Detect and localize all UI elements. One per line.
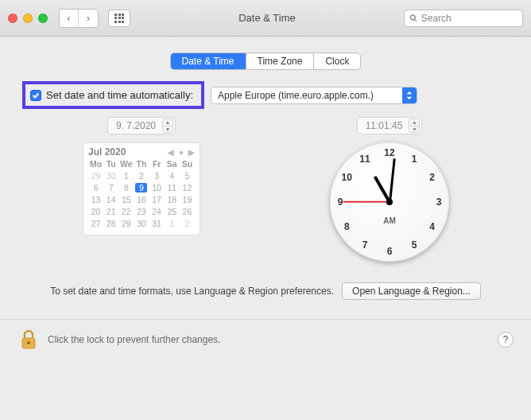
time-field[interactable]: 11:01:45 ▲▼ — [357, 117, 423, 134]
svg-marker-1 — [407, 96, 413, 99]
calendar-day[interactable]: 4 — [165, 171, 180, 181]
calendar-day[interactable]: 26 — [180, 207, 195, 216]
calendar-day[interactable]: 16 — [134, 195, 149, 204]
show-all-prefs-button[interactable] — [108, 10, 130, 27]
calendar-day[interactable]: 24 — [149, 207, 165, 216]
calendar-day[interactable]: 9 — [134, 183, 149, 192]
calendar-day[interactable]: 21 — [103, 207, 118, 216]
clock-center-pin — [386, 199, 393, 205]
calendar-dow: Su — [180, 159, 195, 169]
search-field[interactable] — [404, 10, 523, 27]
calendar-day[interactable]: 25 — [165, 207, 180, 216]
calendar-day[interactable]: 2 — [134, 171, 149, 181]
date-stepper[interactable]: ▲▼ — [162, 119, 173, 133]
tab-date-and-time[interactable]: Date & Time — [171, 53, 246, 69]
calendar-day[interactable]: 22 — [118, 207, 134, 216]
svg-marker-0 — [407, 91, 413, 94]
clock-number: 7 — [362, 239, 368, 251]
calendar-dow: Sa — [165, 159, 180, 169]
calendar-day-other-month[interactable]: 1 — [165, 219, 180, 228]
minute-hand — [389, 158, 396, 202]
calendar-day[interactable]: 30 — [134, 219, 149, 228]
calendar-day[interactable]: 18 — [165, 195, 180, 204]
traffic-lights — [8, 14, 48, 23]
calendar-dow: Mo — [88, 159, 103, 169]
clock-number: 11 — [359, 154, 370, 165]
zoom-window-button[interactable] — [38, 14, 48, 23]
calendar-next-icon[interactable]: ▶ — [188, 148, 195, 157]
calendar-nav: ◀ ● ▶ — [168, 148, 195, 157]
calendar-day[interactable]: 13 — [88, 195, 103, 204]
lock-button[interactable] — [17, 328, 40, 352]
calendar-day[interactable]: 5 — [180, 171, 195, 181]
calendar-dow: We — [118, 159, 134, 169]
calendar-day[interactable]: 11 — [165, 183, 180, 192]
clock-number: 3 — [436, 196, 442, 208]
open-language-region-button[interactable]: Open Language & Region... — [342, 282, 481, 300]
calendar-day[interactable]: 31 — [149, 219, 165, 228]
auto-datetime-label: Set date and time automatically: — [46, 89, 193, 101]
calendar-day[interactable]: 1 — [118, 171, 134, 181]
auto-datetime-checkbox[interactable] — [30, 90, 41, 101]
tab-bar: Date & Time Time Zone Clock — [17, 52, 514, 70]
calendar-day-other-month[interactable]: 29 — [88, 171, 103, 181]
calendar-day[interactable]: 17 — [149, 195, 165, 204]
clock-number: 2 — [429, 172, 435, 183]
calendar-prev-icon[interactable]: ◀ — [168, 148, 174, 157]
lock-icon — [19, 329, 38, 350]
clock-number: 10 — [342, 172, 352, 183]
back-button[interactable]: ‹ — [60, 10, 79, 27]
help-button[interactable]: ? — [498, 332, 514, 348]
close-window-button[interactable] — [8, 14, 17, 23]
check-icon — [32, 91, 40, 99]
calendar-day[interactable]: 15 — [118, 195, 134, 204]
calendar-day[interactable]: 12 — [180, 183, 195, 192]
calendar[interactable]: Jul 2020 ◀ ● ▶ MoTuWeThFrSaSu29301234567… — [83, 142, 200, 235]
clock-number: 12 — [384, 147, 394, 158]
clock-number: 5 — [412, 239, 417, 251]
calendar-day[interactable]: 6 — [88, 183, 103, 192]
chevron-up-down-icon — [402, 88, 417, 103]
calendar-day[interactable]: 8 — [118, 183, 134, 192]
calendar-today-icon[interactable]: ● — [179, 148, 184, 157]
nav-back-forward: ‹ › — [59, 9, 99, 28]
search-icon — [409, 14, 418, 23]
auto-datetime-highlight: Set date and time automatically: — [22, 81, 204, 109]
tab-time-zone[interactable]: Time Zone — [246, 53, 315, 69]
calendar-day[interactable]: 27 — [88, 219, 103, 228]
forward-button[interactable]: › — [79, 10, 98, 27]
svg-point-3 — [27, 341, 30, 344]
calendar-day[interactable]: 28 — [103, 219, 118, 228]
lock-text: Click the lock to prevent further change… — [48, 334, 220, 345]
clock-number: 8 — [344, 221, 350, 232]
time-stepper[interactable]: ▲▼ — [409, 119, 420, 133]
calendar-dow: Th — [134, 159, 149, 169]
minimize-window-button[interactable] — [23, 14, 33, 23]
grid-icon — [114, 14, 124, 23]
titlebar: ‹ › Date & Time — [0, 0, 531, 37]
calendar-day[interactable]: 23 — [134, 207, 149, 216]
tab-clock[interactable]: Clock — [314, 53, 360, 69]
date-field[interactable]: 9. 7.2020 ▲▼ — [107, 117, 176, 134]
time-server-dropdown[interactable]: Apple Europe (time.euro.apple.com.) — [211, 87, 417, 104]
calendar-dow: Fr — [149, 159, 165, 169]
calendar-day[interactable]: 7 — [103, 183, 118, 192]
calendar-day[interactable]: 29 — [118, 219, 134, 228]
calendar-day-other-month[interactable]: 2 — [180, 219, 195, 228]
formats-hint: To set date and time formats, use Langua… — [50, 286, 334, 297]
calendar-day[interactable]: 10 — [149, 183, 165, 192]
time-server-value: Apple Europe (time.euro.apple.com.) — [218, 90, 374, 101]
search-input[interactable] — [421, 13, 517, 24]
calendar-day[interactable]: 20 — [88, 207, 103, 216]
second-hand — [343, 201, 390, 203]
analog-clock: 121234567891011 AM — [330, 142, 449, 262]
calendar-day[interactable]: 3 — [149, 171, 165, 181]
calendar-day-other-month[interactable]: 30 — [103, 171, 118, 181]
calendar-day[interactable]: 14 — [103, 195, 118, 204]
window-title: Date & Time — [135, 12, 399, 24]
calendar-day[interactable]: 19 — [180, 195, 195, 204]
clock-number: 9 — [338, 196, 343, 208]
clock-number: 6 — [387, 246, 393, 257]
clock-ampm: AM — [383, 216, 396, 225]
calendar-title: Jul 2020 — [88, 146, 126, 158]
